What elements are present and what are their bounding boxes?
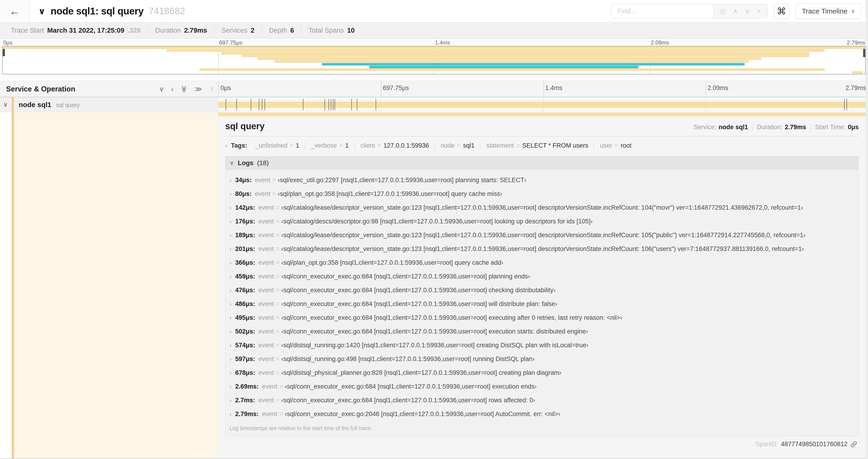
- back-button[interactable]: ←: [0, 0, 30, 22]
- span-detail-title: sql query: [225, 121, 265, 131]
- column-resizer-grip[interactable]: ‖: [209, 85, 213, 93]
- span-row-name-cell[interactable]: ∨ node sql1 sql query: [0, 97, 218, 112]
- log-row-chevron-icon: ›: [229, 218, 231, 225]
- tag-value: 1: [345, 142, 349, 149]
- log-field-key: event: [262, 383, 277, 390]
- log-row[interactable]: ›495μs:event=‹sql/conn_executor_exec.go:…: [225, 311, 859, 325]
- stat-label: Total Spans: [308, 27, 344, 34]
- log-row[interactable]: ›459μs:event=‹sql/conn_executor_exec.go:…: [225, 270, 859, 283]
- span-detail-duration-bar[interactable]: [218, 113, 868, 116]
- log-timestamp: 366μs:: [235, 259, 255, 266]
- log-marker-tick: [329, 99, 329, 110]
- log-row[interactable]: ›678μs:event=‹sql/distsql_physical_plann…: [225, 366, 859, 380]
- find-controls: ◎ ∧ ∨ ×: [713, 4, 768, 18]
- log-field-value: ‹sql/conn_executor_exec.go:684 [nsql1,cl…: [285, 383, 536, 390]
- log-field-key: event: [258, 397, 274, 404]
- trace-stat-item: Duration2.79ms: [148, 27, 214, 34]
- logs-header[interactable]: ∨ Logs (18): [225, 157, 859, 170]
- collapse-trace-chevron-icon[interactable]: ∨: [38, 6, 45, 16]
- log-row[interactable]: ›2.7ms:event=‹sql/conn_executor_exec.go:…: [225, 393, 859, 407]
- find-clear-icon[interactable]: ×: [757, 8, 762, 15]
- log-row[interactable]: ›366μs:event=‹sql/plan_opt.go:358 [nsql1…: [225, 256, 859, 270]
- log-timestamp: 34μs:: [235, 176, 252, 184]
- span-detail-card: sql query Service:node sql1Duration:2.79…: [218, 116, 868, 458]
- span-meta-item: Start Time:0μs: [810, 124, 859, 131]
- log-row[interactable]: ›189μs:event=‹sql/catalog/lease/descript…: [225, 228, 859, 242]
- keyboard-shortcuts-button[interactable]: ⌘: [774, 3, 789, 19]
- log-row[interactable]: ›2.79ms:event=‹sql/conn_executor_exec.go…: [225, 407, 859, 421]
- timeline-ruler: 0μs697.75μs1.4ms2.09ms2.79ms: [218, 81, 868, 97]
- log-row[interactable]: ›34μs:event=‹sql/exec_util.go:2297 [nsql…: [225, 173, 859, 187]
- log-row[interactable]: ›597μs:event=‹sql/distsql_running.go:498…: [225, 352, 859, 366]
- minimap-axis-label: 697.75μs: [219, 39, 242, 46]
- ruler-tick-label: 697.75μs: [383, 85, 409, 92]
- log-equals: =: [271, 176, 278, 184]
- log-timestamp: 80μs:: [235, 190, 252, 198]
- tag-equals: =: [457, 142, 461, 149]
- log-marker-tick: [357, 99, 357, 110]
- span-collapse-chevron-icon[interactable]: ∨: [0, 101, 12, 108]
- tag-key: _verbose: [311, 142, 337, 149]
- tag-value: root: [621, 142, 632, 149]
- collapse-one-icon[interactable]: ∨: [159, 86, 164, 93]
- log-field-value: ‹sql/catalog/descs/descriptor.go:98 [nsq…: [281, 218, 592, 225]
- log-row[interactable]: ›476μs:event=‹sql/conn_executor_exec.go:…: [225, 283, 859, 297]
- span-duration-bar[interactable]: [218, 102, 868, 108]
- stat-value: 6: [290, 27, 294, 34]
- find-prev-icon[interactable]: ∧: [733, 8, 738, 15]
- log-row[interactable]: ›201μs:event=‹sql/catalog/lease/descript…: [225, 242, 859, 256]
- log-field-key: event: [258, 259, 274, 266]
- log-marker-tick: [262, 99, 262, 110]
- log-equals: =: [274, 314, 281, 321]
- log-field-value: ‹sql/conn_executor_exec.go:2046 [nsql1,c…: [285, 411, 560, 418]
- log-field-key: event: [262, 411, 277, 418]
- log-field-key: event: [258, 204, 274, 211]
- minimap-canvas[interactable]: [2, 46, 866, 74]
- log-field-key: event: [258, 273, 274, 280]
- tag-item: client=127.0.0.1:59936: [354, 142, 435, 149]
- log-row[interactable]: ›80μs:event=‹sql/plan_opt.go:358 [nsql1,…: [225, 187, 859, 201]
- trace-stat-item: Depth6: [261, 27, 301, 34]
- log-timestamp: 678μs:: [235, 369, 255, 376]
- expand-one-icon[interactable]: ›: [171, 86, 174, 93]
- log-field-key: event: [255, 190, 271, 198]
- log-field-value: ‹sql/conn_executor_exec.go:684 [nsql1,cl…: [281, 397, 535, 404]
- meta-label: Start Time:: [815, 124, 846, 131]
- expand-all-icon[interactable]: ≫: [195, 86, 202, 93]
- log-field-key: event: [258, 314, 274, 321]
- log-field-value: ‹sql/conn_executor_exec.go:684 [nsql1,cl…: [281, 328, 588, 335]
- log-row[interactable]: ›2.69ms:event=‹sql/conn_executor_exec.go…: [225, 380, 859, 393]
- stat-value: 2.79ms: [184, 27, 207, 34]
- collapse-all-icon[interactable]: ≫: [181, 85, 188, 93]
- log-timestamp: 176μs:: [235, 218, 255, 225]
- top-bar-actions: ◎ ∧ ∨ × ⌘ Trace Timeline ∨: [611, 3, 868, 19]
- log-timestamp: 2.69ms:: [235, 383, 259, 390]
- log-row[interactable]: ›176μs:event=‹sql/catalog/descs/descript…: [225, 215, 859, 228]
- tags-row[interactable]: › Tags: _unfinished=1_verbose=1client=12…: [225, 142, 859, 149]
- log-row[interactable]: ›486μs:event=‹sql/conn_executor_exec.go:…: [225, 297, 859, 311]
- log-row[interactable]: ›574μs:event=‹sql/distsql_running.go:142…: [225, 338, 859, 352]
- ruler-tick-label: 2.79ms: [845, 85, 866, 92]
- minimap-axis-label: 1.4ms: [435, 39, 450, 46]
- service-operation-header: Service & Operation ∨ › ≫ ≫ ‖: [0, 81, 218, 97]
- meta-label: Service:: [693, 124, 716, 131]
- logs-chevron-icon: ∨: [229, 159, 234, 167]
- tag-key: client: [361, 142, 375, 149]
- log-row-chevron-icon: ›: [229, 191, 231, 197]
- meta-value: 2.79ms: [785, 124, 806, 131]
- log-row[interactable]: ›502μs:event=‹sql/conn_executor_exec.go:…: [225, 325, 859, 338]
- vertical-scrollbar[interactable]: [866, 0, 868, 459]
- find-next-icon[interactable]: ∨: [745, 8, 750, 15]
- service-operation-title: Service & Operation: [6, 85, 152, 93]
- deep-link-icon[interactable]: [850, 441, 857, 448]
- trace-view-selector[interactable]: Trace Timeline ∨: [795, 3, 862, 19]
- locate-icon[interactable]: ◎: [720, 8, 726, 15]
- log-equals: =: [274, 287, 281, 294]
- ruler-tick-label: 1.4ms: [545, 85, 563, 92]
- tag-equals: =: [339, 142, 343, 149]
- log-row[interactable]: ›142μs:event=‹sql/catalog/lease/descript…: [225, 201, 859, 215]
- log-field-key: event: [258, 218, 274, 225]
- tag-equals: =: [516, 142, 520, 149]
- minimap-span-bar: [257, 57, 762, 60]
- find-input[interactable]: [611, 4, 713, 18]
